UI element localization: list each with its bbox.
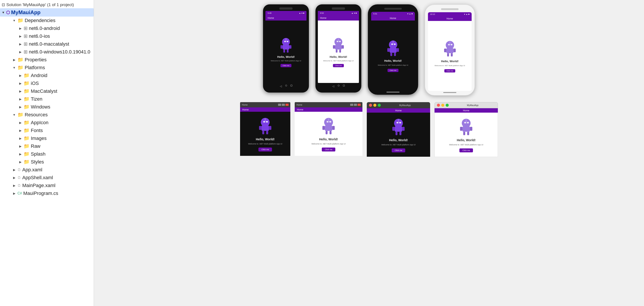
- svg-rect-71: [462, 126, 470, 132]
- click-me-button[interactable]: Click me: [280, 64, 292, 67]
- svg-point-19: [338, 38, 339, 40]
- sidebar-item-app-xaml[interactable]: ▶ 🗋 App.xaml: [0, 166, 94, 174]
- sidebar-item-label: net6.0-windows10.0.19041.0: [29, 49, 90, 55]
- click-me-button[interactable]: Click me: [444, 69, 456, 72]
- sidebar-item-label: MauiProgram.cs: [23, 191, 58, 196]
- mac-close-btn[interactable]: [369, 104, 372, 107]
- win-min-icon[interactable]: [350, 104, 353, 106]
- click-me-button[interactable]: Click me: [388, 69, 399, 72]
- sidebar-item-fonts[interactable]: ▶ 📁 Fonts: [0, 127, 94, 134]
- click-me-button[interactable]: Click me: [258, 148, 272, 151]
- welcome-text: Welcome to .NET Multi-platform App UI: [323, 60, 354, 62]
- svg-rect-48: [265, 120, 266, 122]
- sidebar-item-mainpage-xaml[interactable]: ▶ 🗋 MainPage.xaml: [0, 182, 94, 189]
- click-me-button[interactable]: Click me: [333, 64, 344, 67]
- nav-back-icon: ◁: [280, 85, 282, 88]
- hello-text: Hello, World!: [319, 137, 338, 141]
- svg-rect-72: [460, 127, 462, 131]
- folder-icon: 📁: [24, 143, 30, 149]
- svg-rect-77: [467, 122, 469, 124]
- click-me-button[interactable]: Click me: [392, 148, 406, 152]
- mac-min-btn[interactable]: [441, 104, 444, 107]
- sidebar-item-appshell-xaml[interactable]: ▶ 🗋 AppShell.xaml: [0, 174, 94, 182]
- win-close-icon[interactable]: [286, 104, 288, 106]
- svg-rect-47: [266, 121, 268, 123]
- svg-rect-25: [394, 53, 396, 56]
- caret-down-icon: ▼: [12, 113, 16, 117]
- sidebar-item-raw[interactable]: ▶ 📁 Raw: [0, 142, 94, 150]
- sidebar-item-dependencies[interactable]: ▼ 📁 Dependencies: [0, 16, 94, 24]
- main-content: 9:49 ▲ ● ■ Home: [94, 0, 644, 306]
- click-me-button[interactable]: Click me: [322, 148, 336, 151]
- sidebar-item-net6-ios[interactable]: ▶ ⊞ net6.0-ios: [0, 32, 94, 40]
- svg-rect-51: [325, 125, 332, 131]
- sidebar-item-tizen[interactable]: ▶ 📁 Tizen: [0, 95, 94, 103]
- mac-close-btn[interactable]: [437, 104, 440, 107]
- svg-rect-65: [400, 132, 402, 135]
- sidebar-item-platforms[interactable]: ▼ 📁 Platforms: [0, 64, 94, 72]
- sidebar-item-label: Raw: [31, 143, 40, 149]
- sidebar-item-images[interactable]: ▶ 📁 Images: [0, 134, 94, 142]
- sidebar-item-mauiprogram[interactable]: ▶ C# MauiProgram.cs: [0, 189, 94, 197]
- window-mac-light: MyMauiApp Home Hello, World! Welcome: [434, 102, 498, 157]
- win-max-icon[interactable]: [354, 104, 357, 106]
- caret-right-icon: ▶: [18, 50, 22, 54]
- xaml-icon: 🗋: [18, 168, 21, 172]
- caret-down-icon: ▼: [12, 19, 16, 22]
- sidebar-item-resources[interactable]: ▼ 📁 Resources: [0, 111, 94, 119]
- win-max-icon[interactable]: [282, 104, 285, 106]
- svg-rect-75: [467, 132, 469, 135]
- project-row[interactable]: ▼ ⬡ MyMauiApp: [0, 8, 94, 16]
- sidebar-item-splash[interactable]: ▶ 📁 Splash: [0, 150, 94, 158]
- phone-ios-dark: 5:31 ● ▲ ■ Home: [368, 4, 418, 95]
- caret-right-icon: ▶: [18, 152, 22, 156]
- window-title: Home: [242, 104, 248, 106]
- sidebar-item-ios[interactable]: ▶ 📁 iOS: [0, 79, 94, 87]
- svg-rect-23: [396, 48, 399, 52]
- svg-rect-7: [286, 41, 288, 42]
- folder-icon: 📁: [24, 159, 30, 165]
- screen-title: Home: [371, 16, 415, 20]
- svg-rect-58: [328, 120, 329, 122]
- sidebar-item-properties[interactable]: ▶ 📁 Properties: [0, 56, 94, 64]
- caret-right-icon: ▶: [18, 74, 22, 77]
- win-close-icon[interactable]: [358, 104, 361, 106]
- sidebar-item-label: MacCatalyst: [31, 88, 57, 94]
- svg-rect-17: [339, 41, 341, 42]
- mac-max-btn[interactable]: [446, 104, 449, 107]
- robot-illustration: [278, 36, 294, 54]
- folder-icon: 📁: [24, 136, 30, 141]
- sidebar-item-android[interactable]: ▶ 📁 Android: [0, 72, 94, 79]
- win-min-icon[interactable]: [278, 104, 281, 106]
- hello-text: Hello, World!: [389, 138, 408, 142]
- sidebar-item-maccatalyst[interactable]: ▶ 📁 MacCatalyst: [0, 87, 94, 95]
- sidebar-item-windows[interactable]: ▶ 📁 Windows: [0, 103, 94, 111]
- sidebar-item-net6-maccatalyst[interactable]: ▶ ⊞ net6.0-maccatalyst: [0, 40, 94, 48]
- sidebar-item-appicon[interactable]: ▶ 📁 AppIcon: [0, 119, 94, 127]
- caret-right-icon: ▶: [18, 121, 22, 124]
- mac-max-btn[interactable]: [378, 104, 381, 107]
- sidebar-item-net6-windows[interactable]: ▶ ⊞ net6.0-windows10.0.19041.0: [0, 48, 94, 56]
- mac-nav-title: Home: [367, 108, 430, 113]
- svg-rect-37: [450, 44, 452, 45]
- solution-row[interactable]: ⊡ Solution 'MyMauiApp' (1 of 1 project): [0, 1, 94, 8]
- svg-rect-12: [333, 45, 335, 49]
- ios-home-bar: [386, 92, 400, 92]
- sidebar-item-label: Platforms: [25, 65, 45, 70]
- welcome-text: Welcome to .NET Multi-platform App UI: [382, 144, 416, 146]
- nav-back-icon: ◁: [332, 85, 334, 88]
- click-me-button[interactable]: Click me: [460, 148, 473, 152]
- phones-row-top: 9:49 ▲ ● ■ Home: [100, 4, 638, 96]
- mac-window-title: MyMauiApp: [450, 104, 496, 106]
- status-icons: ● ▲ ■: [407, 13, 413, 15]
- sidebar-item-styles[interactable]: ▶ 📁 Styles: [0, 158, 94, 166]
- sidebar-item-label: Images: [31, 136, 46, 141]
- sidebar-item-label: net6.0-maccatalyst: [29, 41, 69, 47]
- solution-icon: ⊡: [2, 2, 5, 7]
- mac-min-btn[interactable]: [373, 104, 376, 107]
- status-time: 10:12: [430, 13, 435, 15]
- sidebar-item-net6-android[interactable]: ▶ ⊞ net6.0-android: [0, 24, 94, 32]
- svg-rect-5: [287, 49, 288, 53]
- svg-rect-28: [392, 42, 394, 44]
- sidebar-item-label: Splash: [31, 151, 46, 157]
